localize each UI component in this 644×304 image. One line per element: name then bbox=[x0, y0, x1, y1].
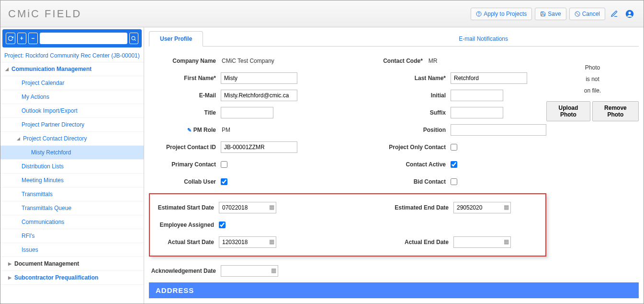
chevron-down-icon: ◢ bbox=[5, 67, 9, 71]
photo-panel: Photo is not on file. Upload Photo Remov… bbox=[546, 52, 639, 280]
suffix-input[interactable] bbox=[451, 107, 503, 118]
form-and-photo: Company Name CMiC Test Company Contact C… bbox=[149, 52, 639, 280]
initial-label: Initial bbox=[355, 92, 451, 99]
initial-input[interactable] bbox=[451, 90, 503, 101]
first-name-label: First Name* bbox=[149, 75, 221, 82]
emp-assigned-label: Employee Assigned bbox=[152, 222, 219, 228]
last-name-label: Last Name* bbox=[355, 75, 451, 82]
refresh-icon[interactable] bbox=[6, 33, 15, 44]
content-panel: User Profile E-mail Notifications Compan… bbox=[144, 27, 644, 304]
last-name-input[interactable] bbox=[451, 72, 527, 84]
form-area: Company Name CMiC Test Company Contact C… bbox=[149, 52, 546, 280]
pm-role-label: ✎ PM Role bbox=[149, 127, 221, 133]
svg-point-1 bbox=[479, 15, 479, 15]
bid-contact-label: Bid Contact bbox=[355, 178, 451, 185]
pm-role-value: PM bbox=[221, 127, 230, 133]
save-button[interactable]: Save bbox=[535, 8, 566, 20]
sidebar-item-distribution[interactable]: Distribution Lists bbox=[0, 160, 144, 174]
sidebar-item-misty[interactable]: Misty Retchford bbox=[0, 146, 144, 160]
primary-contact-label: Primary Contact bbox=[149, 161, 221, 168]
sidebar-tree: ◢ Communication Management Project Calen… bbox=[0, 62, 144, 304]
collab-user-label: Collab User bbox=[149, 178, 221, 185]
sidebar-item-my-actions[interactable]: My Actions bbox=[0, 90, 144, 104]
photo-placeholder-text: Photo is not on file. bbox=[584, 62, 601, 96]
actual-start-label: Actual Start Date bbox=[152, 239, 219, 246]
svg-line-3 bbox=[576, 12, 579, 15]
sidebar-item-contact-directory[interactable]: ◢ Project Contact Directory bbox=[0, 132, 144, 146]
contact-code-value: MR bbox=[428, 58, 438, 64]
sidebar-item-partner-directory[interactable]: Project Partner Directory bbox=[0, 118, 144, 132]
title-label: Title bbox=[149, 109, 221, 116]
calendar-icon[interactable]: ▦ bbox=[271, 267, 276, 274]
svg-line-7 bbox=[135, 39, 136, 40]
actual-end-label: Actual End Date bbox=[358, 239, 453, 246]
ack-date-label: Acknowledgement Date bbox=[149, 268, 221, 274]
minus-icon[interactable]: − bbox=[28, 33, 38, 44]
cancel-button[interactable]: Cancel bbox=[569, 8, 605, 20]
company-name-value: CMiC Test Company bbox=[221, 58, 274, 64]
first-name-input[interactable] bbox=[221, 72, 297, 84]
calendar-icon[interactable]: ▦ bbox=[269, 204, 274, 210]
sidebar-item-outlook[interactable]: Outlook Import/Export bbox=[0, 104, 144, 118]
help-icon bbox=[476, 11, 482, 17]
remove-photo-button[interactable]: Remove Photo bbox=[592, 101, 639, 121]
suffix-label: Suffix bbox=[355, 109, 451, 116]
company-name-label: Company Name bbox=[149, 58, 221, 64]
chevron-right-icon: ▶ bbox=[8, 275, 11, 280]
user-icon[interactable] bbox=[623, 8, 636, 20]
sidebar-item-issues[interactable]: Issues bbox=[0, 243, 144, 257]
est-end-input[interactable] bbox=[453, 202, 511, 213]
tab-email-notifications[interactable]: E-mail Notifications bbox=[448, 31, 519, 46]
search-icon[interactable] bbox=[129, 33, 139, 44]
chevron-down-icon: ◢ bbox=[17, 136, 20, 141]
project-contact-id-label: Project Contact ID bbox=[149, 144, 221, 151]
position-label: Position bbox=[355, 127, 451, 133]
calendar-icon[interactable]: ▦ bbox=[269, 238, 274, 245]
upload-photo-button[interactable]: Upload Photo bbox=[546, 101, 590, 121]
tab-user-profile[interactable]: User Profile bbox=[149, 31, 203, 47]
position-input[interactable] bbox=[451, 124, 546, 136]
collab-user-checkbox[interactable] bbox=[221, 178, 227, 185]
pencil-icon[interactable]: ✎ bbox=[187, 127, 192, 133]
emp-assigned-checkbox[interactable] bbox=[219, 222, 226, 228]
email-input[interactable] bbox=[221, 90, 297, 101]
ack-date-input[interactable] bbox=[221, 265, 278, 277]
bid-contact-checkbox[interactable] bbox=[451, 178, 457, 185]
contact-active-checkbox[interactable] bbox=[451, 161, 457, 168]
title-input[interactable] bbox=[221, 107, 273, 118]
svg-point-6 bbox=[132, 36, 135, 40]
sidebar-item-transmittals[interactable]: Transmittals bbox=[0, 187, 144, 201]
email-label: E-Mail bbox=[149, 92, 221, 99]
actual-end-input[interactable] bbox=[453, 236, 511, 248]
contact-active-label: Contact Active bbox=[355, 161, 451, 168]
calendar-icon[interactable]: ▦ bbox=[504, 204, 509, 210]
sidebar-section-communication[interactable]: ◢ Communication Management bbox=[0, 62, 144, 76]
est-end-label: Estimated End Date bbox=[358, 204, 453, 211]
est-start-input[interactable] bbox=[219, 202, 276, 213]
plus-icon[interactable]: + bbox=[17, 33, 27, 44]
sidebar-item-transmittals-queue[interactable]: Transmittals Queue bbox=[0, 201, 144, 215]
apply-to-projects-button[interactable]: Apply to Projects bbox=[471, 8, 532, 20]
project-only-contact-checkbox[interactable] bbox=[451, 144, 457, 151]
sidebar-item-rfis[interactable]: RFI's bbox=[0, 229, 144, 243]
edit-icon[interactable] bbox=[608, 8, 621, 20]
calendar-icon[interactable]: ▦ bbox=[504, 238, 509, 245]
sidebar-toolbar: + − bbox=[2, 29, 142, 47]
app-logo: CMiC FIELD bbox=[8, 8, 81, 20]
sidebar-section-subcontractor[interactable]: ▶ Subcontractor Prequalification bbox=[0, 271, 144, 285]
address-section-header: ADDRESS bbox=[149, 282, 639, 298]
highlighted-dates-box: Estimated Start Date ▦ Employee Assigned bbox=[149, 193, 546, 257]
sidebar-search-input[interactable] bbox=[40, 33, 127, 44]
primary-contact-checkbox[interactable] bbox=[221, 161, 227, 168]
sidebar-item-communications[interactable]: Communications bbox=[0, 215, 144, 229]
tabs: User Profile E-mail Notifications bbox=[149, 31, 639, 47]
sidebar-item-meeting-minutes[interactable]: Meeting Minutes bbox=[0, 174, 144, 187]
actual-start-input[interactable] bbox=[219, 236, 276, 248]
project-contact-id-input[interactable] bbox=[221, 141, 297, 153]
project-breadcrumb[interactable]: Project: Rockford Community Rec Center (… bbox=[0, 49, 144, 62]
contact-code-label: Contact Code* bbox=[356, 58, 428, 64]
cancel-icon bbox=[575, 11, 580, 17]
sidebar: + − Project: Rockford Community Rec Cent… bbox=[0, 27, 144, 304]
sidebar-section-document[interactable]: ▶ Document Management bbox=[0, 257, 144, 271]
sidebar-item-project-calendar[interactable]: Project Calendar bbox=[0, 76, 144, 90]
